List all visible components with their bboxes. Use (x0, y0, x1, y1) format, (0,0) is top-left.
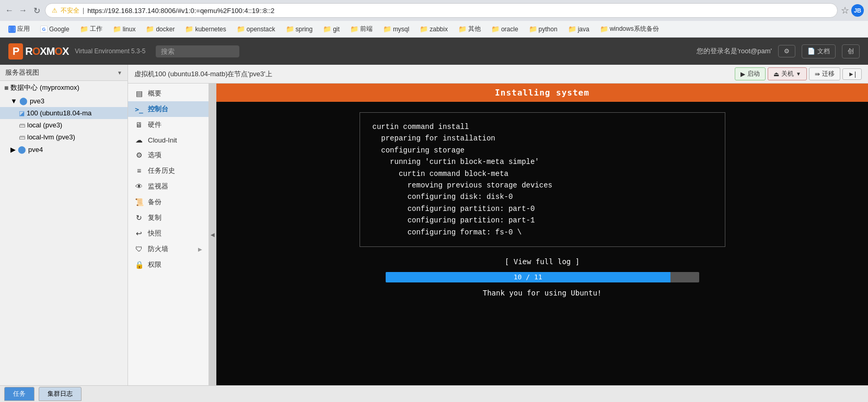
bookmark-oracle[interactable]: 📁 oracle (487, 24, 523, 34)
bookmark-git[interactable]: 📁 git (319, 24, 344, 34)
folder-icon: 📁 (568, 25, 576, 33)
datacenter-label: 数据中心 (myproxmox) (10, 83, 79, 92)
left-nav: ▤ 概要 >_ 控制台 🖥 硬件 ☁ Cloud-Init (128, 84, 209, 385)
back-button[interactable]: ← (4, 5, 15, 16)
nav-item-snapshots[interactable]: ↩ 快照 (128, 226, 209, 241)
nav-item-hardware[interactable]: 🖥 硬件 (128, 117, 209, 133)
node-pve4-label: pve4 (28, 146, 43, 153)
collapse-handle[interactable]: ◀ (209, 84, 216, 385)
sidebar-item-pve3[interactable]: ▼ ⬤ pve3 (0, 94, 128, 107)
nav-item-monitor[interactable]: 👁 监视器 (128, 179, 209, 194)
nav-item-backup[interactable]: 📜 备份 (128, 194, 209, 210)
bookmark-openstack[interactable]: 📁 openstack (233, 24, 280, 34)
storage-icon: 🗃 (19, 122, 25, 129)
bookmark-java[interactable]: 📁 java (564, 24, 594, 34)
view-log-button[interactable]: [ View full log ] (505, 257, 580, 266)
folder-icon: 📁 (383, 25, 391, 33)
bookmark-star-button[interactable]: ☆ (841, 5, 849, 16)
nav-item-overview[interactable]: ▤ 概要 (128, 86, 209, 101)
shutdown-button[interactable]: ⏏ 关机 ▼ (768, 67, 807, 80)
collapse-arrow-icon: ◀ (211, 232, 215, 238)
profile-button[interactable]: JB (851, 4, 864, 17)
env-version: Virtual Environment 5.3-5 (75, 48, 145, 55)
folder-icon: 📁 (146, 25, 154, 33)
folder-icon: 📁 (458, 25, 467, 33)
browser-nav: ← → ↻ ⚠ 不安全 | https://192.168.137.140:80… (0, 0, 868, 21)
nav-item-cloud-init[interactable]: ☁ Cloud-Init (128, 133, 209, 147)
local-pve3-label: local (pve3) (27, 121, 62, 129)
node-icon: ⬤ (19, 97, 28, 105)
sidebar-header: 服务器视图 ▼ (0, 65, 128, 81)
terminal-line-6: configuring disk: disk-0 (373, 191, 712, 203)
snapshot-icon: ↩ (134, 229, 144, 238)
cloud-icon: ☁ (134, 136, 144, 144)
tab-tasks[interactable]: 任务 (4, 387, 34, 401)
bookmark-mysql[interactable]: 📁 mysql (379, 24, 413, 34)
nav-item-permissions[interactable]: 🔒 权限 (128, 257, 209, 273)
nav-item-console[interactable]: >_ 控制台 (128, 101, 209, 117)
sidebar-title: 服务器视图 (5, 68, 117, 77)
nav-item-task-history[interactable]: ≡ 任务历史 (128, 163, 209, 179)
bookmark-windows[interactable]: 📁 windows系统备份 (596, 23, 663, 34)
docs-icon: 📄 (807, 48, 815, 55)
bookmark-google[interactable]: G Google (36, 25, 74, 34)
tab-cluster-log[interactable]: 集群日志 (39, 387, 82, 401)
more-button[interactable]: ►| (842, 68, 862, 80)
folder-icon: 📁 (185, 25, 193, 33)
terminal-line-1: preparing for installation (373, 133, 712, 144)
progress-container: 10 / 11 (386, 272, 699, 282)
security-warning-icon: ⚠ (52, 7, 57, 14)
console-body[interactable]: curtin command install preparing for ins… (216, 102, 868, 385)
terminal-line-4: curtin command block-meta (373, 168, 712, 180)
settings-button[interactable]: ⚙ (778, 45, 795, 57)
docs-button[interactable]: 📄 文档 (802, 44, 836, 58)
bottom-bar: 任务 集群日志 (0, 385, 868, 402)
progress-bar-inner: 10 / 11 (386, 272, 670, 282)
terminal-line-9: configuring format: fs-0 \ (373, 227, 712, 238)
bookmark-docker[interactable]: 📁 docker (142, 24, 179, 34)
folder-icon: 📁 (113, 25, 121, 33)
sidebar-collapse-arrow[interactable]: ▼ (117, 70, 122, 76)
bookmark-other[interactable]: 📁 其他 (454, 23, 485, 34)
sidebar-item-vm100[interactable]: ◪ 100 (ubuntu18.04-ma (0, 107, 128, 119)
vm-icon: ◪ (19, 110, 25, 117)
vm-breadcrumb: 虚拟机100 (ubuntu18.04-matb)在节点'pve3'上 (134, 69, 733, 79)
sidebar-item-local-pve3[interactable]: 🗃 local (pve3) (0, 119, 128, 131)
bookmark-apps[interactable]: ⋮⋮ 应用 (4, 23, 34, 34)
folder-icon: 📁 (80, 25, 88, 33)
nav-item-options[interactable]: ⚙ 选项 (128, 147, 209, 163)
migrate-button[interactable]: ⇛ 迁移 (809, 67, 840, 80)
bookmark-python[interactable]: 📁 python (525, 24, 562, 34)
shutdown-icon: ⏏ (773, 70, 779, 78)
migrate-icon: ⇛ (815, 70, 820, 78)
bookmarks-bar: ⋮⋮ 应用 G Google 📁 工作 📁 linux 📁 docker 📁 k… (0, 21, 868, 38)
bookmark-kubernetes[interactable]: 📁 kubernetes (181, 24, 230, 34)
security-text: 不安全 (61, 6, 79, 15)
node-expand-icon: ▼ (10, 97, 17, 105)
bookmark-zabbix[interactable]: 📁 zabbix (415, 24, 452, 34)
bookmark-frontend[interactable]: 📁 前端 (346, 23, 377, 34)
sidebar-item-local-lvm-pve3[interactable]: 🗃 local-lvm (pve3) (0, 131, 128, 143)
create-button[interactable]: 创 (842, 44, 860, 58)
nav-item-firewall[interactable]: 🛡 防火墙 ▶ (128, 241, 209, 257)
sidebar: 服务器视图 ▼ ■ 数据中心 (myproxmox) ▼ ⬤ pve3 ◪ 10… (0, 65, 128, 385)
nav-item-replication[interactable]: ↻ 复制 (128, 210, 209, 226)
forward-button[interactable]: → (18, 5, 28, 16)
address-bar[interactable]: ⚠ 不安全 | https://192.168.137.140:8006/#v1… (45, 3, 838, 18)
console-area: Installing system curtin command install… (216, 84, 868, 385)
sidebar-item-datacenter[interactable]: ■ 数据中心 (myproxmox) (0, 81, 128, 94)
local-lvm-pve3-label: local-lvm (pve3) (27, 133, 75, 141)
firewall-icon: 🛡 (134, 245, 144, 253)
reload-button[interactable]: ↻ (31, 5, 42, 16)
bookmark-work[interactable]: 📁 工作 (76, 23, 107, 34)
start-button[interactable]: ▶ 启动 (735, 67, 766, 80)
bookmark-spring[interactable]: 📁 spring (282, 24, 317, 34)
search-input[interactable] (156, 45, 239, 57)
folder-icon: 📁 (286, 25, 294, 33)
sidebar-item-pve4[interactable]: ▶ ⬤ pve4 (0, 143, 128, 156)
content-area: 虚拟机100 (ubuntu18.04-matb)在节点'pve3'上 ▶ 启动… (128, 65, 868, 385)
progress-text: 10 / 11 (514, 273, 542, 281)
node-pve3-label: pve3 (30, 97, 44, 105)
folder-icon: 📁 (323, 25, 331, 33)
bookmark-linux[interactable]: 📁 linux (109, 24, 140, 34)
